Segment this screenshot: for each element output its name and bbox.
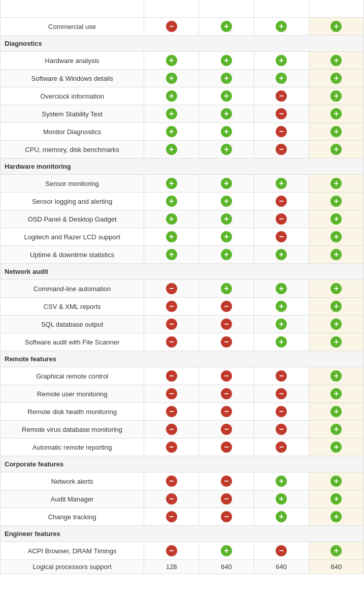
yes-icon: + [166,55,177,66]
feature-label: Monitor Diagnostics [1,123,144,141]
no-icon: − [166,370,177,382]
table-row: OSD Panel & Desktop Gadget++−+ [1,210,364,228]
feature-value: − [254,87,309,105]
table-row: Change tracking−−++ [1,508,364,526]
table-row: Logitech and Razer LCD support++−+ [1,228,364,246]
feature-value: − [254,403,309,421]
text-value: 640 [331,563,342,571]
table-row: Remote virus database monitoring−−−+ [1,421,364,438]
yes-icon: + [166,126,177,137]
table-row: Remote user monitoring−−−+ [1,385,364,403]
section-label: Network audit [1,264,364,280]
yes-icon: + [221,126,232,137]
feature-value: + [144,246,199,264]
yes-icon: + [276,55,287,66]
feature-value: + [199,52,254,70]
feature-value: − [144,385,199,403]
section-label: Hardware monitoring [1,159,364,175]
feature-value: + [199,246,254,264]
no-icon: − [276,126,287,137]
feature-value: + [199,123,254,141]
feature-value: + [254,52,309,70]
feature-value: + [199,87,254,105]
no-icon: − [166,21,177,32]
feature-value: + [309,490,363,508]
no-icon: − [221,424,232,435]
feature-label: SQL database output [1,316,144,333]
yes-icon: + [221,231,232,242]
feature-value: + [254,473,309,490]
yes-icon: + [221,55,232,66]
no-icon: − [166,319,177,330]
feature-label: ACPI Browser, DRAM Timings [1,542,144,560]
feature-value: 128 [144,560,199,574]
feature-value: + [309,316,363,333]
feature-value: + [309,403,363,421]
feature-value: − [199,438,254,456]
no-icon: − [166,442,177,453]
feature-value: − [199,367,254,385]
feature-value: + [144,70,199,87]
feature-value: + [144,123,199,141]
feature-value: 640 [199,560,254,574]
table-row: System Stability Test++−+ [1,105,364,123]
feature-value: + [144,228,199,246]
section-header-row: Diagnostics [1,36,364,52]
yes-icon: + [330,406,342,417]
feature-value: + [309,246,363,264]
feature-value: − [199,403,254,421]
no-icon: − [166,476,177,487]
feature-value: + [309,542,363,560]
no-icon: − [221,476,232,487]
yes-icon: + [330,493,342,505]
feature-value: + [144,210,199,228]
yes-icon: + [276,283,287,294]
feature-value: − [199,333,254,351]
yes-icon: + [221,144,232,155]
table-row: Sensor monitoring++++ [1,175,364,193]
feature-label: System Stability Test [1,105,144,123]
no-icon: − [276,144,287,155]
feature-value: − [254,123,309,141]
feature-value: + [199,70,254,87]
yes-icon: + [330,388,342,399]
feature-value: + [144,141,199,159]
yes-icon: + [221,249,232,260]
feature-label: Hardware analysis [1,52,144,70]
no-icon: − [276,196,287,207]
table-row: Software & Windows details++++ [1,70,364,87]
feature-value: − [144,490,199,508]
feature-value: + [309,298,363,316]
yes-icon: + [276,493,287,505]
feature-label: Software audit with File Scanner [1,333,144,351]
feature-label: CSV & XML reports [1,298,144,316]
feature-value: + [254,490,309,508]
feature-value: − [254,141,309,159]
feature-label: Sensor monitoring [1,175,144,193]
feature-value: 640 [309,560,363,574]
feature-label: Uptime & downtime statistics [1,246,144,264]
section-label: Engineer features [1,526,364,542]
yes-icon: + [330,301,342,312]
feature-label: CPU, memory, disk benchmarks [1,141,144,159]
feature-value: + [199,228,254,246]
no-icon: − [166,424,177,435]
no-icon: − [276,213,287,225]
feature-value: − [254,228,309,246]
header-engineer [199,0,254,18]
no-icon: − [166,283,177,294]
feature-value: + [254,508,309,526]
feature-value: + [309,385,363,403]
table-row: CPU, memory, disk benchmarks++−+ [1,141,364,159]
table-row: Graphical remote control−−−+ [1,367,364,385]
section-header-row: Network audit [1,264,364,280]
no-icon: − [166,301,177,312]
table-row: Uptime & downtime statistics++++ [1,246,364,264]
feature-value: + [309,52,363,70]
no-icon: − [276,108,287,119]
feature-value: + [144,175,199,193]
no-icon: − [166,493,177,505]
section-label: Corporate features [1,456,364,473]
yes-icon: + [221,108,232,119]
yes-icon: + [166,196,177,207]
